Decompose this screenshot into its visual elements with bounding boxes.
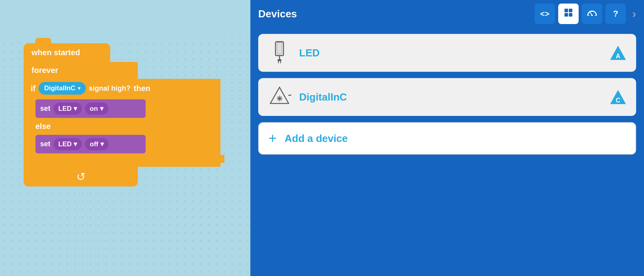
off-dropdown[interactable]: off ▾ <box>85 138 109 150</box>
digitalinc-device-name: DigitalInC <box>299 91 601 103</box>
svg-text:✳: ✳ <box>276 94 283 103</box>
digitalinc-device-card[interactable]: ✳ DigitalInC C <box>258 78 636 116</box>
devices-list: LED A ✳ Digit <box>250 28 644 276</box>
off-arrow: ▾ <box>100 140 104 148</box>
block-editor: when started forever if DigitalInC ▾ sig… <box>0 0 250 276</box>
digital-dropdown[interactable]: DigitalInC ▾ <box>39 82 85 95</box>
when-started-label: when started <box>31 48 80 57</box>
led-device-card[interactable]: LED A <box>258 34 636 72</box>
led-device-name: LED <box>299 47 601 59</box>
on-label: on <box>90 105 98 113</box>
led-arrow-2: ▾ <box>74 140 77 148</box>
led-dropdown-2[interactable]: LED ▾ <box>54 138 82 150</box>
expand-chevron[interactable]: › <box>632 7 636 21</box>
panel-title: Devices <box>258 8 297 20</box>
else-row: else <box>28 119 217 133</box>
svg-rect-3 <box>569 13 572 17</box>
set-led-on-block[interactable]: set LED ▾ on ▾ <box>35 99 146 118</box>
led-arrow-1: ▾ <box>74 104 77 113</box>
svg-rect-10 <box>277 42 282 54</box>
forever-bottom: ↺ <box>24 167 138 186</box>
forever-block: forever <box>24 62 138 79</box>
repeat-icon: ↺ <box>76 170 85 183</box>
when-started-block[interactable]: when started <box>24 43 110 62</box>
led-badge: A <box>609 44 627 62</box>
digitalinc-icon: ✳ <box>268 85 291 109</box>
blocks-container: when started forever if DigitalInC ▾ sig… <box>24 43 220 186</box>
code-icon: <> <box>540 9 549 19</box>
header-icon-group: <> <box>535 4 636 24</box>
devices-header: Devices <> <box>250 0 644 28</box>
on-dropdown[interactable]: on ▾ <box>85 103 108 115</box>
grid-view-button[interactable] <box>558 4 579 24</box>
signal-text: signal high? <box>89 84 131 93</box>
if-row: if DigitalInC ▾ signal high? then <box>28 79 217 98</box>
add-plus-icon: + <box>268 130 277 147</box>
digitalinc-badge: C <box>609 88 627 106</box>
svg-text:C: C <box>616 97 620 104</box>
editor-top-bar <box>0 0 250 35</box>
svg-text:A: A <box>616 53 620 60</box>
led-label-1: LED <box>58 105 72 113</box>
else-label: else <box>35 122 51 131</box>
gauge-view-button[interactable] <box>582 4 602 24</box>
then-label: then <box>134 84 150 93</box>
devices-panel: Devices <> <box>250 0 644 276</box>
help-button[interactable]: ? <box>605 4 626 24</box>
add-device-card[interactable]: + Add a device <box>258 122 636 155</box>
svg-rect-1 <box>569 9 572 12</box>
led-label-2: LED <box>58 140 72 148</box>
on-arrow: ▾ <box>100 104 104 113</box>
led-dropdown-1[interactable]: LED ▾ <box>54 103 82 115</box>
led-icon <box>268 41 291 65</box>
set-led-off-block[interactable]: set LED ▾ off ▾ <box>35 135 146 153</box>
forever-body: if DigitalInC ▾ signal high? then set LE… <box>24 79 220 167</box>
grid-icon <box>564 8 573 20</box>
forever-label: forever <box>31 66 58 75</box>
svg-point-5 <box>591 15 593 16</box>
if-bottom-bar <box>28 155 224 163</box>
help-icon: ? <box>613 9 618 19</box>
set-label-2: set <box>40 140 50 148</box>
if-label: if <box>31 84 35 93</box>
code-view-button[interactable]: <> <box>535 4 555 24</box>
svg-rect-2 <box>564 13 568 17</box>
svg-rect-12 <box>278 59 281 61</box>
digital-dropdown-arrow: ▾ <box>78 86 80 91</box>
set-label-1: set <box>40 104 50 113</box>
digital-dropdown-label: DigitalInC <box>44 84 75 92</box>
gauge-icon <box>587 8 597 19</box>
svg-rect-0 <box>564 9 568 12</box>
add-device-label: Add a device <box>285 132 348 145</box>
off-label: off <box>90 140 98 148</box>
